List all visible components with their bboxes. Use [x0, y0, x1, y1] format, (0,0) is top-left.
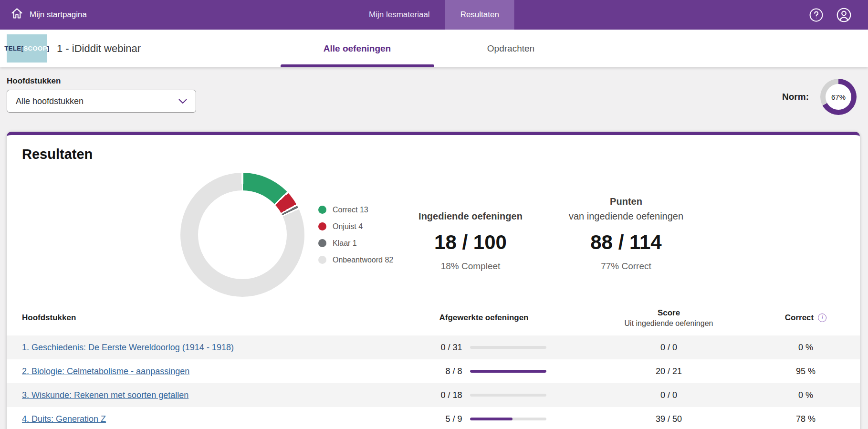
course-header: TELE[SCOOP] 1 - iDiddit webinar Alle oef… — [0, 30, 868, 67]
completed-cell: 8 / 8 — [388, 366, 579, 377]
legend-dot-icon — [318, 239, 326, 247]
tab-alle-oefeningen[interactable]: Alle oefeningen — [281, 30, 434, 67]
legend-dot-icon — [318, 222, 326, 230]
chapters-select-value: Alle hoofdstukken — [16, 96, 84, 106]
top-nav-items: Mijn lesmateriaal Resultaten — [354, 0, 514, 30]
results-donut-hole — [198, 190, 287, 279]
progress-bar — [470, 346, 546, 349]
nav-item-resultaten[interactable]: Resultaten — [445, 0, 514, 30]
top-navbar: Mijn startpagina Mijn lesmateriaal Resul… — [0, 0, 868, 30]
score-value: 20 / 21 — [579, 366, 758, 377]
progress-bar — [470, 418, 546, 420]
legend-dot-icon — [318, 256, 326, 264]
legend-label: Klaar 1 — [333, 239, 357, 248]
stat-points: Punten van ingediende oefeningen 88 / 11… — [531, 194, 722, 272]
stat-points-label: van ingediende oefeningen — [531, 209, 722, 224]
progress-fill — [470, 418, 513, 420]
home-icon — [10, 7, 23, 22]
telescoop-logo: TELE[SCOOP] — [7, 34, 47, 63]
norm-label: Norm: — [782, 92, 809, 102]
table-row: 1. Geschiedenis: De Eerste Wereldoorlog … — [7, 335, 860, 359]
nav-item-lesmateriaal[interactable]: Mijn lesmateriaal — [354, 0, 445, 30]
chapter-link[interactable]: 3. Wiskunde: Rekenen met soorten getalle… — [22, 390, 188, 400]
stat-points-value: 88 / 114 — [531, 229, 722, 256]
correct-value: 0 % — [758, 390, 853, 400]
help-icon[interactable] — [809, 8, 824, 22]
completed-value: 5 / 9 — [422, 414, 462, 424]
results-card: Resultaten Correct 13Onjuist 4Klaar 1Onb… — [7, 132, 860, 429]
progress-bar — [470, 370, 546, 373]
completed-value: 0 / 18 — [422, 390, 462, 400]
legend-dot-icon — [318, 206, 326, 214]
completed-cell: 5 / 9 — [388, 414, 579, 424]
chapter-link[interactable]: 4. Duits: Generation Z — [22, 414, 106, 424]
course-title: 1 - iDiddit webinar — [57, 30, 141, 67]
nav-icons — [809, 7, 852, 23]
norm-donut-chart: 67% — [820, 79, 857, 115]
profile-icon[interactable] — [836, 7, 852, 23]
table-row: 4. Duits: Generation Z5 / 939 / 5078 % — [7, 407, 860, 429]
results-title: Resultaten — [22, 146, 93, 162]
info-icon[interactable]: i — [818, 314, 826, 322]
col-chapters: Hoofdstukken — [13, 313, 388, 323]
norm-widget: Norm: 67% — [782, 79, 857, 115]
stat-points-caption: 77% Correct — [531, 260, 722, 272]
table-row: 3. Wiskunde: Rekenen met soorten getalle… — [7, 383, 860, 407]
col-correct: Correct i — [758, 313, 853, 323]
chapter-link[interactable]: 1. Geschiedenis: De Eerste Wereldoorlog … — [22, 343, 234, 352]
table-rows: 1. Geschiedenis: De Eerste Wereldoorlog … — [7, 335, 860, 429]
home-link[interactable]: Mijn startpagina — [10, 7, 87, 22]
completed-cell: 0 / 31 — [388, 343, 579, 353]
score-value: 39 / 50 — [579, 414, 758, 424]
table-header: Hoofdstukken Afgewerkte oefeningen Score… — [7, 300, 860, 335]
completed-cell: 0 / 18 — [388, 390, 579, 400]
correct-value: 0 % — [758, 343, 853, 353]
table-row: 2. Biologie: Celmetabolisme - aanpassing… — [7, 359, 860, 383]
chapters-select[interactable]: Alle hoofdstukken — [7, 90, 196, 113]
chapters-filter-label: Hoofdstukken — [7, 76, 61, 86]
legend-label: Onjuist 4 — [333, 222, 363, 231]
progress-fill — [470, 370, 546, 373]
score-value: 0 / 0 — [579, 390, 758, 400]
norm-value: 67% — [831, 93, 846, 101]
correct-value: 95 % — [758, 366, 853, 377]
score-value: 0 / 0 — [579, 343, 758, 353]
results-donut — [180, 173, 304, 297]
page: Mijn startpagina Mijn lesmateriaal Resul… — [0, 0, 868, 429]
active-tab-underline — [281, 64, 434, 67]
content-tabs: Alle oefeningen Opdrachten — [281, 30, 588, 67]
home-label: Mijn startpagina — [30, 10, 87, 20]
legend-label: Correct 13 — [333, 206, 368, 214]
col-completed: Afgewerkte oefeningen — [388, 313, 579, 323]
tab-opdrachten[interactable]: Opdrachten — [434, 30, 588, 67]
progress-bar — [470, 394, 546, 397]
completed-value: 8 / 8 — [422, 366, 462, 377]
col-score: Score Uit ingediende oefeningen — [579, 308, 758, 328]
correct-value: 78 % — [758, 414, 853, 424]
chapter-link[interactable]: 2. Biologie: Celmetabolisme - aanpassing… — [22, 366, 189, 376]
completed-value: 0 / 31 — [422, 343, 462, 353]
stat-points-heading: Punten — [531, 194, 722, 209]
chevron-down-icon — [178, 99, 187, 104]
col-score-sub: Uit ingediende oefeningen — [579, 319, 758, 328]
